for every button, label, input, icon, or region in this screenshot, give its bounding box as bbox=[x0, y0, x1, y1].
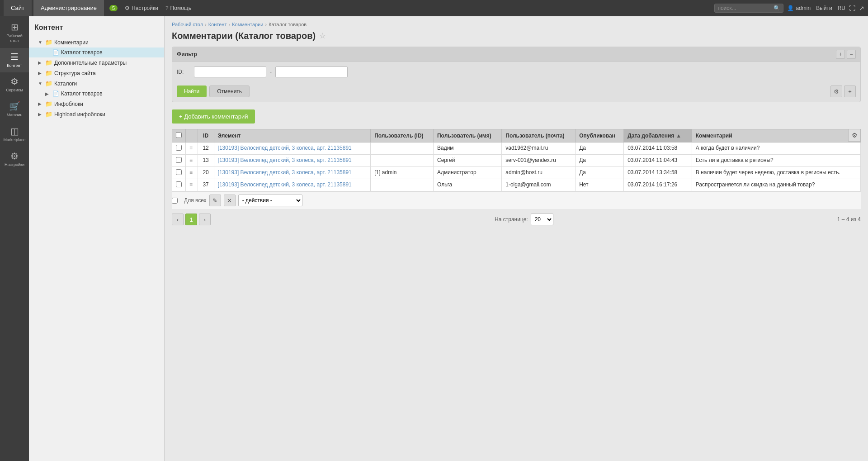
expand-highload-icon: ▶ bbox=[38, 112, 43, 117]
expand-extra-params-icon: ▶ bbox=[38, 60, 43, 65]
filter-buttons: Найти Отменить ⚙ + bbox=[172, 86, 860, 102]
row-published-0: Да bbox=[576, 143, 624, 155]
search-input[interactable] bbox=[717, 5, 772, 11]
filter-btn-group: Найти Отменить bbox=[177, 86, 250, 97]
header-comment: Комментарий bbox=[692, 129, 860, 143]
filter-collapse-button[interactable]: − bbox=[847, 50, 856, 59]
row-drag-handle-0[interactable]: ≡ bbox=[186, 143, 198, 155]
tree-item-infoblocks[interactable]: ▶ 📁 Инфоблоки bbox=[29, 99, 164, 109]
row-drag-handle-1[interactable]: ≡ bbox=[186, 155, 198, 167]
settings-link[interactable]: ⚙ Настройки bbox=[125, 5, 158, 11]
search-box: 🔍 bbox=[714, 4, 783, 13]
favorite-star-icon[interactable]: ☆ bbox=[319, 32, 326, 40]
folder-extra-params-icon: 📁 bbox=[45, 59, 52, 66]
fullscreen-icon[interactable]: ⛶ bbox=[849, 5, 855, 12]
filter-gear-button[interactable]: ⚙ bbox=[830, 86, 842, 97]
help-icon: ? bbox=[165, 5, 169, 11]
tree-item-catalog-comments[interactable]: 📄 Каталог товаров bbox=[29, 48, 164, 57]
tree-item-catalogs[interactable]: ▼ 📁 Каталоги bbox=[29, 78, 164, 89]
sidebar-item-settings[interactable]: ⚙ Настройки bbox=[0, 147, 29, 172]
row-checkbox-cell bbox=[172, 167, 186, 179]
help-link[interactable]: ? Помощь bbox=[165, 5, 191, 11]
element-link-1[interactable]: [130193] Велосипед детский, 3 колеса, ар… bbox=[218, 157, 352, 163]
filter-box: Фильтр + − ID: - Найти Отменить bbox=[172, 47, 861, 102]
row-drag-handle-3[interactable]: ≡ bbox=[186, 179, 198, 191]
language-button[interactable]: RU bbox=[838, 5, 845, 11]
row-checkbox-0[interactable] bbox=[176, 145, 182, 151]
logout-button[interactable]: Выйти bbox=[814, 5, 834, 11]
select-all-checkbox[interactable] bbox=[176, 132, 182, 138]
messages-link[interactable]: 5 bbox=[109, 5, 118, 11]
sidebar-item-content[interactable]: ☰ Контент bbox=[0, 48, 29, 73]
tree-item-product-catalog[interactable]: ▶ 📄 Каталог товаров bbox=[29, 89, 164, 99]
sidebar-item-desktop[interactable]: ⊞ Рабочий стол bbox=[0, 18, 29, 48]
row-user-email-1: serv-001@yandex.ru bbox=[502, 155, 576, 167]
user-button[interactable]: 👤 admin bbox=[787, 5, 811, 11]
user-label: admin bbox=[796, 5, 811, 11]
tree-item-extra-params[interactable]: ▶ 📁 Дополнительные параметры bbox=[29, 57, 164, 68]
filter-plus-button[interactable]: + bbox=[844, 86, 856, 97]
tree-item-highload[interactable]: ▶ 📁 Highload инфоблоки bbox=[29, 109, 164, 119]
page-title-text: Комментарии (Каталог товаров) bbox=[172, 31, 316, 41]
breadcrumb: Рабочий стол › Контент › Комментарии › К… bbox=[172, 22, 861, 27]
filter-id-to-input[interactable] bbox=[275, 67, 348, 77]
per-page-select[interactable]: 20 50 100 bbox=[531, 214, 553, 225]
bulk-actions-select[interactable]: - действия - Удалить Опубликовать Снять … bbox=[238, 195, 302, 206]
delete-selected-button[interactable]: ✕ bbox=[224, 195, 236, 206]
element-link-2[interactable]: [130193] Велосипед детский, 3 колеса, ар… bbox=[218, 169, 352, 176]
next-page-button[interactable]: › bbox=[199, 214, 211, 225]
filter-add-button[interactable]: + bbox=[836, 50, 845, 59]
page-1-button[interactable]: 1 bbox=[185, 214, 197, 225]
prev-page-button[interactable]: ‹ bbox=[172, 214, 184, 225]
breadcrumb-content[interactable]: Контент bbox=[208, 22, 227, 27]
row-user-name-3: Ольга bbox=[433, 179, 501, 191]
header-user-name: Пользователь (имя) bbox=[433, 129, 501, 143]
row-id-1: 13 bbox=[198, 155, 214, 167]
header-user-id: Пользователь (ID) bbox=[371, 129, 434, 143]
row-user-id-1 bbox=[371, 155, 434, 167]
tree-item-comments[interactable]: ▼ 📁 Комментарии bbox=[29, 37, 164, 48]
row-checkbox-3[interactable] bbox=[176, 181, 182, 187]
filter-header-actions: + − bbox=[836, 50, 856, 59]
row-user-name-2: Администратор bbox=[433, 167, 501, 179]
sidebar-item-marketplace[interactable]: ◫ Marketplace bbox=[0, 122, 29, 147]
tree-label-comments: Комментарии bbox=[54, 39, 89, 46]
edit-selected-button[interactable]: ✎ bbox=[209, 195, 221, 206]
breadcrumb-comments[interactable]: Комментарии bbox=[232, 22, 263, 27]
find-button[interactable]: Найти bbox=[177, 86, 207, 97]
marketplace-icon: ◫ bbox=[10, 127, 19, 136]
breadcrumb-sep-2: › bbox=[228, 22, 230, 27]
table-actions-row: Для всех ✎ ✕ - действия - Удалить Опубли… bbox=[172, 191, 861, 209]
header-drag-cell bbox=[186, 129, 198, 143]
cancel-button[interactable]: Отменить bbox=[209, 86, 250, 97]
header-date-added[interactable]: Дата добавления▲ bbox=[624, 129, 692, 143]
site-tab[interactable]: Сайт bbox=[4, 0, 32, 16]
sidebar-label-shop: Магазин bbox=[7, 113, 23, 118]
for-all-checkbox[interactable] bbox=[172, 198, 178, 204]
row-date-1: 03.07.2014 11:04:43 bbox=[624, 155, 692, 167]
settings-label: Настройки bbox=[132, 5, 158, 11]
table-row: ≡ 37 [130193] Велосипед детский, 3 колес… bbox=[172, 179, 861, 191]
table-row: ≡ 12 [130193] Велосипед детский, 3 колес… bbox=[172, 143, 861, 155]
breadcrumb-desktop[interactable]: Рабочий стол bbox=[172, 22, 203, 27]
tree-item-site-structure[interactable]: ▶ 📁 Структура сайта bbox=[29, 68, 164, 78]
comments-table: ID Элемент Пользователь (ID) Пользовател… bbox=[172, 129, 861, 191]
filter-id-from-input[interactable] bbox=[194, 67, 266, 77]
row-checkbox-2[interactable] bbox=[176, 169, 182, 175]
row-drag-handle-2[interactable]: ≡ bbox=[186, 167, 198, 179]
add-comment-button[interactable]: + Добавить комментарий bbox=[172, 109, 255, 124]
filter-right-buttons: ⚙ + bbox=[830, 86, 856, 97]
row-user-name-1: Сергей bbox=[433, 155, 501, 167]
element-link-3[interactable]: [130193] Велосипед детский, 3 колеса, ар… bbox=[218, 181, 352, 188]
row-checkbox-1[interactable] bbox=[176, 157, 182, 163]
expand-icon[interactable]: ↗ bbox=[859, 5, 864, 12]
settings-icon: ⚙ bbox=[125, 5, 130, 11]
sidebar-item-services[interactable]: ⚙ Сервисы bbox=[0, 72, 29, 97]
sidebar-item-shop[interactable]: 🛒 Магазин bbox=[0, 97, 29, 122]
table-settings-button[interactable]: ⚙ bbox=[848, 129, 861, 142]
table-header-row: ID Элемент Пользователь (ID) Пользовател… bbox=[172, 129, 861, 143]
row-user-name-0: Вадим bbox=[433, 143, 501, 155]
element-link-0[interactable]: [130193] Велосипед детский, 3 колеса, ар… bbox=[218, 145, 352, 151]
admin-tab[interactable]: Администрирование bbox=[33, 0, 104, 16]
breadcrumb-sep-3: › bbox=[265, 22, 267, 27]
